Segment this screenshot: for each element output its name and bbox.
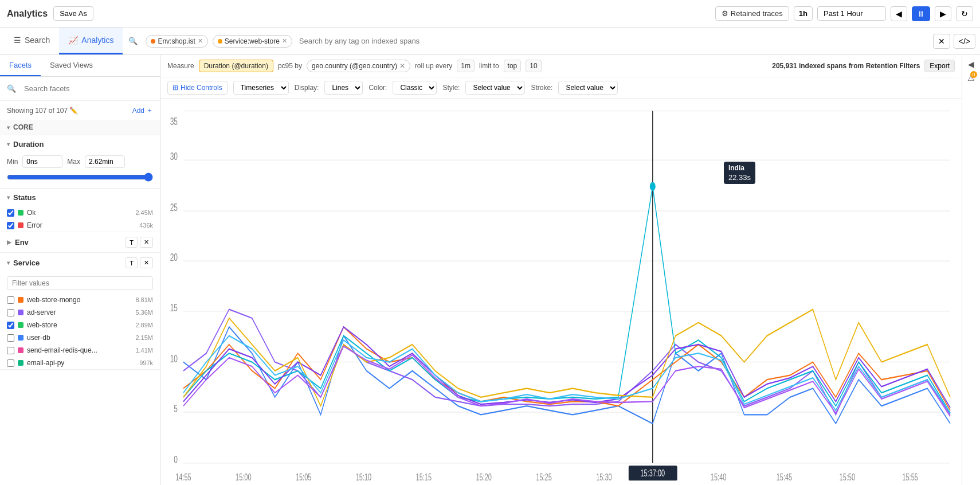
nav-right-button[interactable]: ▶: [935, 6, 951, 21]
status-error-checkbox[interactable]: [7, 222, 14, 229]
svg-text:15:00: 15:00: [236, 472, 252, 483]
list-icon: ☰: [14, 36, 21, 45]
env-filter-button[interactable]: T: [126, 237, 138, 248]
svg-text:14:55: 14:55: [175, 472, 191, 483]
service-web-store-checkbox[interactable]: [7, 322, 14, 329]
duration-min-input[interactable]: [22, 155, 62, 168]
svg-text:15:50: 15:50: [840, 472, 856, 483]
timeseries-chart[interactable]: 0 5 10 15 20 25 30 35 14:: [160, 99, 962, 485]
save-as-button[interactable]: Save As: [53, 6, 93, 21]
search-icon[interactable]: 🔍: [123, 37, 143, 45]
warning-count: 0: [970, 71, 977, 78]
service-ad-server: ad-server 5.36M: [0, 306, 160, 319]
service-email-api-py-checkbox[interactable]: [7, 359, 14, 367]
style-label: Style:: [442, 84, 460, 92]
chart-wrap: India 22.33s 0 5 10 15 20 25 30 35: [160, 99, 962, 485]
service-search-input[interactable]: [7, 276, 153, 290]
remove-service-tag[interactable]: ✕: [282, 37, 287, 45]
measure-pill[interactable]: Duration (@duration): [199, 60, 273, 72]
duration-slider[interactable]: [7, 173, 153, 182]
remove-env-tag[interactable]: ✕: [198, 37, 203, 45]
limit-value[interactable]: 10: [526, 60, 541, 72]
collapse-icon[interactable]: ◀: [968, 60, 974, 69]
env-tag-pill[interactable]: Env:shop.ist ✕: [146, 35, 207, 48]
top-bar-right: ⚙ Retained traces 1h Past 1 Hour Past 4 …: [715, 6, 973, 21]
svg-text:15:10: 15:10: [356, 472, 372, 483]
facets-search-input[interactable]: [19, 81, 153, 96]
stroke-select[interactable]: Select value Normal Thick: [558, 81, 618, 95]
svg-point-31: [650, 182, 656, 191]
clear-search-button[interactable]: ✕: [933, 34, 950, 49]
time-range-select[interactable]: Past 1 Hour Past 4 Hours Past 1 Day: [817, 6, 886, 21]
search-input[interactable]: [295, 37, 933, 45]
service-ad-server-checkbox[interactable]: [7, 309, 14, 316]
service-facet-header[interactable]: ▾ Service T ✕: [0, 253, 160, 273]
rollup-value[interactable]: 1m: [457, 60, 475, 72]
sidebar: Facets Saved Views 🔍 Showing 107 of 107 …: [0, 55, 160, 485]
svg-text:15:45: 15:45: [777, 472, 793, 483]
geo-remove-icon[interactable]: ✕: [399, 62, 405, 70]
search-bar-right: ✕ </>: [933, 34, 975, 49]
retained-traces-button[interactable]: ⚙ Retained traces: [715, 6, 789, 21]
status-ok-checkbox[interactable]: [7, 209, 14, 217]
svg-text:35: 35: [170, 115, 178, 127]
measure-label: Measure: [167, 62, 194, 70]
stroke-label: Stroke:: [531, 84, 552, 92]
code-view-button[interactable]: </>: [954, 34, 975, 49]
service-user-db: user-db 2.15M: [0, 331, 160, 344]
service-send-email-checkbox[interactable]: [7, 347, 14, 354]
edit-icon[interactable]: ✏️: [69, 107, 78, 115]
service-user-db-checkbox[interactable]: [7, 334, 14, 342]
service-tag-pill[interactable]: Service:web-store ✕: [213, 35, 292, 48]
svg-text:25: 25: [170, 201, 178, 213]
service-clear-button[interactable]: ✕: [140, 257, 153, 268]
service-facet: ▾ Service T ✕ web-store-mongo 8.81M: [0, 253, 160, 370]
display-label: Display:: [295, 84, 319, 92]
env-facet-header[interactable]: ▶ Env T ✕: [0, 232, 160, 252]
panel-icon: ⊞: [173, 84, 178, 92]
service-filter-button[interactable]: T: [126, 257, 138, 268]
svg-text:15:15: 15:15: [416, 472, 432, 483]
pc95-label: pc95 by: [278, 62, 302, 70]
nav-left-button[interactable]: ◀: [891, 6, 907, 21]
env-clear-button[interactable]: ✕: [140, 237, 153, 248]
pause-button[interactable]: ⏸: [912, 6, 930, 21]
tab-analytics[interactable]: 📈 Analytics: [59, 28, 123, 54]
duration-facet-header[interactable]: ▾ Duration: [0, 135, 160, 153]
svg-text:10: 10: [170, 353, 178, 364]
duration-max-input[interactable]: [85, 155, 125, 168]
tab-search[interactable]: ☰ Search: [5, 28, 59, 54]
refresh-button[interactable]: ↻: [956, 6, 973, 21]
status-ok-item: Ok 2.45M: [0, 206, 160, 219]
service-send-email: send-email-redis-que... 1.41M: [0, 344, 160, 357]
rollup-label: roll up every: [415, 62, 452, 70]
sidebar-tab-facets[interactable]: Facets: [0, 55, 41, 76]
style-select[interactable]: Select value Solid Dashed: [465, 81, 525, 95]
svg-text:15:30: 15:30: [596, 472, 612, 483]
filter-icon: ⚙: [722, 9, 728, 18]
warning-icon[interactable]: ⚠ 0: [967, 73, 975, 83]
status-facet-header[interactable]: ▾ Status: [0, 189, 160, 206]
env-facet: ▶ Env T ✕: [0, 232, 160, 253]
add-facet-button[interactable]: Add ＋: [132, 105, 153, 115]
right-panel: ◀ ⚠ 0: [962, 55, 980, 485]
export-button[interactable]: Export: [924, 60, 955, 72]
duration-facet: ▾ Duration Min Max: [0, 135, 160, 189]
core-section-header[interactable]: ▾ CORE: [0, 120, 160, 135]
color-label: Color:: [369, 84, 387, 92]
color-select[interactable]: Classic Cool Warm: [393, 81, 437, 95]
svg-text:15:40: 15:40: [711, 472, 727, 483]
svg-text:15:25: 15:25: [536, 472, 552, 483]
chart-area: Measure Duration (@duration) pc95 by geo…: [160, 55, 962, 485]
geo-pill[interactable]: geo.country (@geo.country) ✕: [307, 60, 410, 72]
sidebar-tabs: Facets Saved Views: [0, 55, 160, 77]
limit-type[interactable]: top: [504, 60, 522, 72]
hide-controls-button[interactable]: ⊞ Hide Controls: [167, 81, 228, 95]
sidebar-tab-saved-views[interactable]: Saved Views: [41, 55, 102, 76]
display-style-select[interactable]: Lines Bars Area: [324, 81, 363, 95]
svg-text:15:37:00: 15:37:00: [640, 467, 665, 478]
viz-type-select[interactable]: Timeseries Top List Table: [233, 81, 289, 95]
service-web-store-mongo-checkbox[interactable]: [7, 296, 14, 304]
time-preset-button[interactable]: 1h: [794, 6, 813, 21]
service-search: [0, 273, 160, 294]
